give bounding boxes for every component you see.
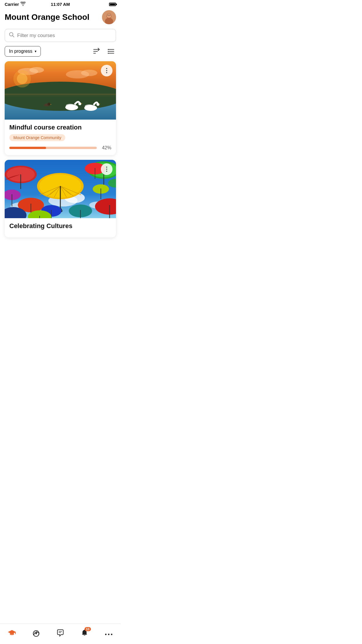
svg-rect-26 (5, 94, 116, 94)
svg-point-25 (17, 74, 27, 84)
svg-point-4 (108, 15, 109, 16)
status-bar: Carrier 11:07 AM (0, 0, 121, 8)
filter-label: In progress (9, 49, 32, 54)
view-options (92, 46, 116, 56)
course-image-swan (5, 61, 116, 120)
course-info-2: Celebrating Cultures (5, 218, 116, 237)
user-avatar[interactable] (102, 10, 116, 24)
carrier-label: Carrier (5, 2, 19, 7)
svg-rect-27 (5, 96, 116, 96)
app-header: Mount Orange School (0, 8, 121, 29)
time-display: 11:07 AM (51, 2, 70, 7)
course-tag-1: Mount Orange Community (9, 134, 65, 141)
courses-list: Mindful course creation Mount Orange Com… (0, 61, 121, 261)
svg-point-21 (29, 67, 44, 73)
search-input[interactable] (17, 33, 112, 38)
svg-point-3 (107, 14, 111, 18)
course-info-1: Mindful course creation Mount Orange Com… (5, 120, 116, 155)
course-title-1: Mindful course creation (9, 124, 111, 131)
course-card-1[interactable]: Mindful course creation Mount Orange Com… (5, 61, 116, 155)
progress-label-1: 42% (100, 145, 111, 150)
search-container (0, 29, 121, 46)
battery-icon (109, 3, 116, 6)
dropdown-arrow-icon: ▾ (35, 49, 36, 53)
svg-point-14 (108, 49, 109, 50)
svg-point-31 (78, 102, 81, 105)
avatar-image (102, 10, 116, 24)
course-more-button-2[interactable] (101, 163, 113, 175)
svg-point-33 (96, 103, 99, 106)
filter-row: In progress ▾ (0, 46, 121, 61)
svg-point-5 (110, 15, 110, 16)
svg-point-23 (81, 70, 97, 76)
course-card-2[interactable]: Celebrating Cultures (5, 160, 116, 237)
svg-line-7 (13, 36, 14, 37)
course-title-2: Celebrating Cultures (9, 222, 111, 230)
course-more-button-1[interactable] (101, 65, 113, 76)
search-icon (9, 32, 14, 39)
app-title: Mount Orange School (5, 13, 89, 22)
svg-point-35 (85, 104, 94, 108)
svg-point-34 (66, 104, 75, 107)
list-view-button[interactable] (106, 46, 116, 56)
wifi-icon (20, 2, 26, 7)
svg-point-16 (108, 53, 109, 54)
sort-button[interactable] (92, 46, 101, 56)
progress-bar-bg-1 (9, 147, 97, 149)
progress-bar-fill-1 (9, 147, 46, 149)
progress-row-1: 42% (9, 145, 111, 150)
course-image-umbrella (5, 160, 116, 218)
filter-button[interactable]: In progress ▾ (5, 46, 41, 57)
svg-point-29 (48, 103, 50, 106)
svg-point-15 (108, 51, 109, 52)
search-bar[interactable] (5, 29, 116, 42)
